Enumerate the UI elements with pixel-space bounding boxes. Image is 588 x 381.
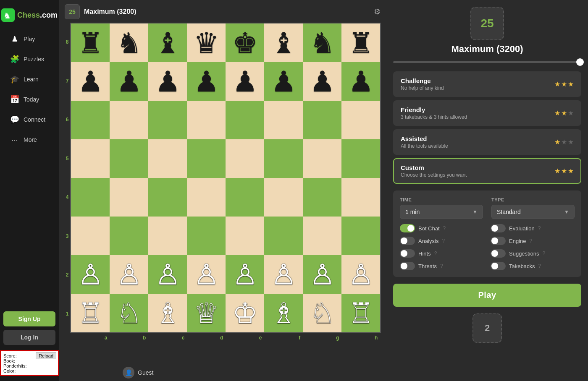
square-d4[interactable] xyxy=(187,178,226,217)
square-h7[interactable]: ♟ xyxy=(341,62,380,101)
square-a4[interactable] xyxy=(71,178,110,217)
square-e8[interactable]: ♚ xyxy=(226,23,264,62)
toggle-help-takebacks[interactable]: ? xyxy=(538,263,541,269)
toggle-takebacks[interactable] xyxy=(491,262,506,270)
square-d3[interactable] xyxy=(187,217,226,255)
toggle-help-threats[interactable]: ? xyxy=(440,263,443,269)
mode-card-friendly[interactable]: Friendly 3 takebacks & 3 hints allowed ★… xyxy=(393,100,581,126)
square-e4[interactable] xyxy=(226,178,264,217)
square-f1[interactable]: ♗ xyxy=(264,294,303,332)
square-a5[interactable] xyxy=(71,139,110,178)
square-g7[interactable]: ♟ xyxy=(303,62,341,101)
square-c1[interactable]: ♗ xyxy=(148,294,187,332)
square-f8[interactable]: ♝ xyxy=(264,23,303,62)
toggle-help-engine[interactable]: ? xyxy=(529,238,532,244)
square-h1[interactable]: ♖ xyxy=(341,294,380,332)
toggle-help-bot-chat[interactable]: ? xyxy=(443,225,446,231)
square-b2[interactable]: ♙ xyxy=(110,255,148,294)
square-c5[interactable] xyxy=(148,139,187,178)
sidebar-item-more[interactable]: ··· More xyxy=(3,130,56,149)
square-c2[interactable]: ♙ xyxy=(148,255,187,294)
toggle-help-suggestions[interactable]: ? xyxy=(543,251,546,256)
toggle-threats[interactable] xyxy=(400,262,415,270)
square-h6[interactable] xyxy=(341,101,380,139)
square-b6[interactable] xyxy=(110,101,148,139)
sidebar-item-play[interactable]: ♟ Play xyxy=(3,29,56,49)
square-e3[interactable] xyxy=(226,217,264,255)
play-button[interactable]: Play xyxy=(393,284,581,307)
square-h3[interactable] xyxy=(341,217,380,255)
mode-card-custom[interactable]: Custom Choose the settings you want ★ ★ … xyxy=(393,158,581,184)
square-g2[interactable]: ♙ xyxy=(303,255,341,294)
toggle-help-analysis[interactable]: ? xyxy=(442,238,445,244)
signup-button[interactable]: Sign Up xyxy=(3,311,55,326)
square-d6[interactable] xyxy=(187,101,226,139)
square-c7[interactable]: ♟ xyxy=(148,62,187,101)
square-f6[interactable] xyxy=(264,101,303,139)
square-a3[interactable] xyxy=(71,217,110,255)
time-select[interactable]: 1 min ▼ xyxy=(400,205,483,219)
toggle-bot-chat[interactable] xyxy=(400,224,415,232)
difficulty-slider[interactable] xyxy=(393,61,581,63)
square-c4[interactable] xyxy=(148,178,187,217)
reload-button[interactable]: Reload xyxy=(36,352,56,359)
toggle-help-hints[interactable]: ? xyxy=(434,251,437,256)
square-a8[interactable]: ♜ xyxy=(71,23,110,62)
login-button[interactable]: Log In xyxy=(3,330,55,345)
square-e1[interactable]: ♔ xyxy=(226,294,264,332)
square-f4[interactable] xyxy=(264,178,303,217)
square-e2[interactable]: ♙ xyxy=(226,255,264,294)
mode-card-challenge[interactable]: Challenge No help of any kind ★ ★ ★ xyxy=(393,71,581,97)
square-c3[interactable] xyxy=(148,217,187,255)
square-e6[interactable] xyxy=(226,101,264,139)
square-g8[interactable]: ♞ xyxy=(303,23,341,62)
mode-card-assisted[interactable]: Assisted All the tools available ★ ★ ★ xyxy=(393,129,581,155)
sidebar-item-puzzles[interactable]: 🧩 Puzzles xyxy=(3,50,56,69)
square-d7[interactable]: ♟ xyxy=(187,62,226,101)
square-a2[interactable]: ♙ xyxy=(71,255,110,294)
square-f5[interactable] xyxy=(264,139,303,178)
square-d2[interactable]: ♙ xyxy=(187,255,226,294)
square-a7[interactable]: ♟ xyxy=(71,62,110,101)
square-a1[interactable]: ♖ xyxy=(71,294,110,332)
settings-button[interactable]: ⚙ xyxy=(374,7,381,16)
sidebar-item-today[interactable]: 📅 Today xyxy=(3,90,56,109)
square-a6[interactable] xyxy=(71,101,110,139)
square-c8[interactable]: ♝ xyxy=(148,23,187,62)
toggle-evaluation[interactable] xyxy=(491,224,506,232)
square-f3[interactable] xyxy=(264,217,303,255)
square-b1[interactable]: ♘ xyxy=(110,294,148,332)
square-e5[interactable] xyxy=(226,139,264,178)
toggle-analysis[interactable] xyxy=(400,237,415,245)
square-h5[interactable] xyxy=(341,139,380,178)
sidebar-item-learn[interactable]: 🎓 Learn xyxy=(3,70,56,89)
toggle-help-evaluation[interactable]: ? xyxy=(538,225,541,231)
square-h8[interactable]: ♜ xyxy=(341,23,380,62)
type-select[interactable]: Standard ▼ xyxy=(491,205,575,219)
square-g5[interactable] xyxy=(303,139,341,178)
square-f2[interactable]: ♙ xyxy=(264,255,303,294)
square-h2[interactable]: ♙ xyxy=(341,255,380,294)
square-g1[interactable]: ♘ xyxy=(303,294,341,332)
square-h4[interactable] xyxy=(341,178,380,217)
square-e7[interactable]: ♟ xyxy=(226,62,264,101)
square-b7[interactable]: ♟ xyxy=(110,62,148,101)
square-d1[interactable]: ♕ xyxy=(187,294,226,332)
square-f7[interactable]: ♟ xyxy=(264,62,303,101)
logo[interactable]: ♞ Chess.com xyxy=(0,5,63,25)
square-d5[interactable] xyxy=(187,139,226,178)
chess-board[interactable]: ♜♞♝♛♚♝♞♜♟♟♟♟♟♟♟♟♙♙♙♙♙♙♙♙♖♘♗♕♔♗♘♖ xyxy=(70,23,381,333)
square-c6[interactable] xyxy=(148,101,187,139)
square-b4[interactable] xyxy=(110,178,148,217)
sidebar-item-connect[interactable]: 💬 Connect xyxy=(3,110,56,129)
square-b5[interactable] xyxy=(110,139,148,178)
square-g6[interactable] xyxy=(303,101,341,139)
square-b8[interactable]: ♞ xyxy=(110,23,148,62)
square-g3[interactable] xyxy=(303,217,341,255)
toggle-engine[interactable] xyxy=(491,237,506,245)
square-b3[interactable] xyxy=(110,217,148,255)
toggle-suggestions[interactable] xyxy=(491,249,506,258)
square-g4[interactable] xyxy=(303,178,341,217)
square-d8[interactable]: ♛ xyxy=(187,23,226,62)
toggle-hints[interactable] xyxy=(400,249,415,258)
